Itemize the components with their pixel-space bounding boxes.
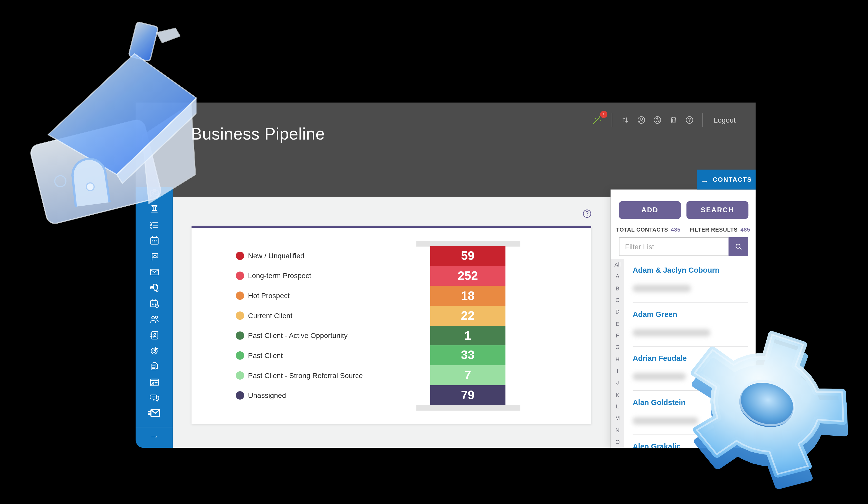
- legend-item: Long-term Prospect: [236, 266, 363, 286]
- legend-label: Current Client: [248, 312, 292, 320]
- alphabet-letter[interactable]: All: [611, 259, 624, 271]
- alphabet-letter[interactable]: J: [611, 377, 624, 389]
- funnel-bars: 592521822133779: [430, 246, 505, 405]
- help-icon: [582, 209, 592, 219]
- sidebar-item-target-icon[interactable]: [149, 345, 160, 356]
- header-toolbar: !Logout: [591, 112, 735, 128]
- chart-help-button[interactable]: [582, 209, 592, 219]
- alphabet-letter[interactable]: I: [611, 365, 624, 377]
- legend-item: Past Client - Active Opportunity: [236, 326, 363, 345]
- user-icon[interactable]: [637, 115, 646, 124]
- total-contacts-value: 485: [671, 227, 681, 233]
- contact-list-item: Alen Grakalic: [624, 441, 756, 448]
- add-button[interactable]: ADD: [619, 201, 681, 219]
- alphabet-letter[interactable]: A: [611, 271, 624, 282]
- alert-badge: !: [600, 111, 607, 118]
- contact-list-item: Alan Goldstein: [624, 397, 756, 441]
- help-icon[interactable]: [685, 115, 694, 124]
- contact-name-link[interactable]: Adrian Feudale: [633, 354, 687, 363]
- sidebar-item-podium-icon[interactable]: [149, 203, 160, 215]
- app-window: Business Pipeline !Logout → CONTACTS → N…: [136, 102, 756, 448]
- app-header: Business Pipeline !Logout: [136, 102, 756, 197]
- sidebar-item-calendar-icon[interactable]: [149, 235, 160, 246]
- alphabet-letter[interactable]: N: [611, 424, 624, 436]
- alphabet-letter[interactable]: F: [611, 330, 624, 342]
- contact-name-link[interactable]: Alen Grakalic: [633, 442, 681, 448]
- legend-label: Long-term Prospect: [248, 272, 311, 280]
- filter-search-button[interactable]: [728, 237, 748, 256]
- legend-dot: [236, 272, 244, 280]
- merge-icon[interactable]: [653, 115, 662, 124]
- filter-results-value: 485: [741, 227, 750, 233]
- contact-name-link[interactable]: Adam & Jaclyn Cobourn: [633, 265, 720, 274]
- logout-link[interactable]: Logout: [714, 115, 736, 124]
- magic-wand-icon[interactable]: !: [591, 114, 603, 126]
- main-content: New / UnqualifiedLong-term ProspectHot P…: [173, 196, 611, 448]
- blurred-phone-number: [633, 285, 691, 292]
- legend-item: Current Client: [236, 306, 363, 326]
- sidebar-item-documents-icon[interactable]: [149, 361, 160, 372]
- legend-label: Past Client - Active Opportunity: [248, 331, 348, 340]
- contact-name-link[interactable]: Adam Green: [633, 310, 677, 319]
- toolbar-divider: [703, 113, 703, 127]
- funnel-bar: 1: [430, 326, 505, 345]
- legend-dot: [236, 252, 244, 260]
- contact-name-link[interactable]: Alan Goldstein: [633, 397, 685, 406]
- contact-list-item: Adam Green: [624, 309, 756, 353]
- alphabet-letter[interactable]: D: [611, 306, 624, 318]
- search-icon: [734, 242, 743, 251]
- alphabet-letter[interactable]: H: [611, 353, 624, 365]
- funnel-bar: 18: [430, 286, 505, 305]
- legend-label: New / Unqualified: [248, 252, 304, 260]
- sidebar-item-id-badge-icon[interactable]: [149, 188, 160, 199]
- blurred-phone-number: [633, 417, 698, 424]
- search-button[interactable]: SEARCH: [686, 201, 748, 219]
- blurred-phone-number: [633, 329, 710, 336]
- import-export-icon[interactable]: [621, 115, 630, 124]
- alphabet-letter[interactable]: B: [611, 282, 624, 294]
- contacts-tab-button[interactable]: → CONTACTS: [697, 170, 756, 190]
- sidebar-item-address-book-icon[interactable]: [149, 330, 160, 341]
- filter-list-input[interactable]: [619, 237, 728, 256]
- funnel-bottom-cap: [416, 405, 520, 411]
- sidebar-item-calendar-clock-icon[interactable]: [149, 298, 160, 309]
- alphabet-letter[interactable]: L: [611, 401, 624, 413]
- alphabet-rail: AllABCDEFGHIJKLMNO: [611, 259, 624, 448]
- funnel-bar: 59: [430, 246, 505, 266]
- legend-dot: [236, 331, 244, 340]
- toolbar-divider: [612, 113, 612, 127]
- legend-item: New / Unqualified: [236, 246, 363, 266]
- alphabet-letter[interactable]: K: [611, 389, 624, 401]
- funnel-bar: 252: [430, 266, 505, 286]
- sidebar-item-chat-icon[interactable]: [149, 392, 160, 403]
- legend-item: Hot Prospect: [236, 286, 363, 305]
- legend-dot: [236, 391, 244, 400]
- sidebar-item-envelope-icon[interactable]: [149, 266, 160, 278]
- sidebar-item-yard-sign-icon[interactable]: [149, 251, 160, 262]
- sidebar-item-mail-document-icon[interactable]: [149, 282, 160, 293]
- funnel-bar: 79: [430, 385, 505, 405]
- funnel-top-cap: [416, 241, 520, 247]
- nav-sidebar: →: [136, 187, 173, 448]
- sidebar-expand-button[interactable]: →: [136, 429, 173, 443]
- legend-label: Past Client: [248, 351, 283, 360]
- trash-icon[interactable]: [669, 115, 678, 124]
- sidebar-item-send-mail-icon[interactable]: [147, 406, 161, 421]
- funnel-bar: 33: [430, 345, 505, 365]
- filter-results: FILTER RESULTS485: [689, 227, 750, 233]
- legend-item: Unassigned: [236, 385, 363, 405]
- alphabet-letter[interactable]: M: [611, 413, 624, 424]
- contact-list-item: Adrian Feudale: [624, 353, 756, 397]
- sidebar-item-contact-card-icon[interactable]: [149, 377, 160, 388]
- alphabet-letter[interactable]: E: [611, 318, 624, 330]
- alphabet-letter[interactable]: C: [611, 294, 624, 306]
- filter-bar: [619, 237, 748, 256]
- alphabet-letter[interactable]: O: [611, 436, 624, 448]
- total-contacts: TOTAL CONTACTS485: [616, 227, 681, 233]
- sidebar-divider: [136, 427, 173, 427]
- sidebar-item-people-icon[interactable]: [149, 314, 160, 325]
- legend-item: Past Client: [236, 345, 363, 365]
- legend-dot: [236, 351, 244, 360]
- sidebar-item-checklist-icon[interactable]: [149, 219, 160, 230]
- alphabet-letter[interactable]: G: [611, 342, 624, 353]
